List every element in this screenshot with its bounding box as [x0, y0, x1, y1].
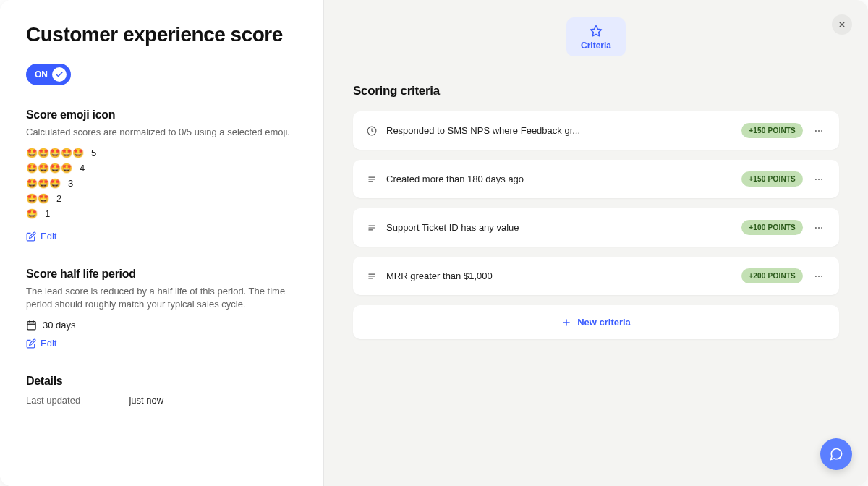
emoji-count: 1 — [45, 208, 50, 219]
text-icon — [366, 270, 378, 282]
criteria-text: Created more than 180 days ago — [386, 174, 733, 184]
plus-icon — [561, 317, 571, 328]
criteria-card[interactable]: Support Ticket ID has any value+100 POIN… — [353, 208, 839, 247]
svg-point-28 — [821, 276, 822, 277]
more-icon — [814, 223, 824, 233]
svg-point-9 — [818, 130, 820, 132]
criteria-heading: Scoring criteria — [353, 84, 839, 98]
new-criteria-label: New criteria — [577, 317, 631, 328]
emoji-section-title: Score emoji icon — [26, 108, 297, 122]
tab-label: Criteria — [581, 40, 611, 51]
emoji-count: 5 — [91, 148, 96, 158]
emoji-count: 4 — [80, 163, 85, 174]
edit-icon — [26, 338, 36, 349]
criteria-text: MRR greater than $1,000 — [386, 270, 733, 281]
check-icon — [55, 70, 64, 79]
toggle-label: ON — [35, 69, 48, 80]
more-button[interactable] — [812, 221, 826, 235]
halflife-value: 30 days — [43, 320, 76, 331]
emoji-count: 3 — [68, 178, 73, 189]
tab-criteria[interactable]: Criteria — [566, 17, 626, 56]
edit-emoji-label: Edit — [41, 231, 56, 242]
emoji-row: 🤩🤩2 — [26, 193, 297, 204]
svg-point-16 — [821, 179, 822, 180]
details-title: Details — [26, 375, 297, 388]
emoji-row: 🤩🤩🤩3 — [26, 178, 297, 189]
svg-point-27 — [818, 276, 820, 277]
details-label: Last updated — [26, 395, 80, 406]
svg-point-10 — [821, 130, 822, 132]
more-icon — [814, 126, 824, 136]
emoji-glyphs: 🤩🤩🤩🤩 — [26, 163, 72, 174]
star-icon — [590, 25, 603, 38]
emoji-glyphs: 🤩🤩 — [26, 193, 49, 204]
points-badge: +150 POINTS — [741, 123, 803, 138]
details-row: Last updated just now — [26, 395, 297, 406]
text-icon — [366, 222, 378, 234]
close-icon — [838, 20, 846, 29]
edit-emoji-button[interactable]: Edit — [26, 231, 56, 242]
more-button[interactable] — [812, 269, 826, 284]
details-blank — [88, 401, 122, 401]
criteria-text: Support Ticket ID has any value — [386, 222, 733, 233]
emoji-count: 2 — [56, 193, 61, 204]
calendar-icon — [26, 320, 37, 331]
emoji-glyphs: 🤩🤩🤩🤩🤩 — [26, 148, 84, 158]
edit-halflife-button[interactable]: Edit — [26, 338, 56, 349]
criteria-text: Responded to SMS NPS where Feedback gr..… — [386, 125, 733, 136]
clock-icon — [366, 125, 378, 137]
svg-point-8 — [815, 130, 817, 132]
more-icon — [814, 174, 824, 184]
halflife-title: Score half life period — [26, 268, 297, 281]
new-criteria-button[interactable]: New criteria — [353, 305, 839, 339]
more-button[interactable] — [812, 172, 826, 187]
svg-point-15 — [818, 179, 820, 180]
emoji-glyphs: 🤩 — [26, 208, 38, 219]
svg-point-21 — [818, 227, 820, 229]
emoji-glyphs: 🤩🤩🤩 — [26, 178, 61, 189]
more-icon — [814, 271, 824, 281]
points-badge: +150 POINTS — [741, 171, 803, 187]
emoji-row: 🤩🤩🤩🤩🤩5 — [26, 148, 297, 158]
criteria-card[interactable]: MRR greater than $1,000+200 POINTS — [353, 257, 839, 295]
points-badge: +100 POINTS — [741, 220, 803, 235]
svg-rect-0 — [27, 322, 35, 330]
toggle-on[interactable]: ON — [26, 64, 71, 85]
halflife-value-row: 30 days — [26, 320, 297, 331]
svg-point-14 — [815, 179, 817, 180]
emoji-row: 🤩🤩🤩🤩4 — [26, 163, 297, 174]
help-fab[interactable] — [820, 438, 852, 470]
left-panel: Customer experience score ON Score emoji… — [0, 0, 324, 486]
edit-halflife-label: Edit — [41, 338, 56, 349]
emoji-section-desc: Calculated scores are normalized to 0/5 … — [26, 126, 297, 139]
halflife-section: Score half life period The lead score is… — [26, 268, 297, 351]
details-section: Details Last updated just now — [26, 375, 297, 406]
halflife-desc: The lead score is reduced by a half life… — [26, 285, 297, 311]
more-button[interactable] — [812, 124, 826, 138]
details-value: just now — [129, 395, 163, 406]
svg-point-20 — [815, 227, 817, 229]
right-panel: Criteria Scoring criteria Responded to S… — [324, 0, 868, 486]
criteria-card[interactable]: Responded to SMS NPS where Feedback gr..… — [353, 111, 839, 150]
svg-point-22 — [821, 227, 822, 229]
text-icon — [366, 174, 378, 185]
toggle-knob — [52, 67, 67, 82]
points-badge: +200 POINTS — [741, 268, 803, 284]
emoji-section: Score emoji icon Calculated scores are n… — [26, 108, 297, 244]
criteria-card[interactable]: Created more than 180 days ago+150 POINT… — [353, 160, 839, 198]
chat-icon — [829, 447, 843, 461]
emoji-row: 🤩1 — [26, 208, 297, 219]
svg-point-26 — [815, 276, 817, 277]
close-button[interactable] — [832, 14, 852, 35]
edit-icon — [26, 231, 36, 242]
svg-marker-6 — [591, 26, 602, 36]
page-title: Customer experience score — [26, 23, 297, 46]
